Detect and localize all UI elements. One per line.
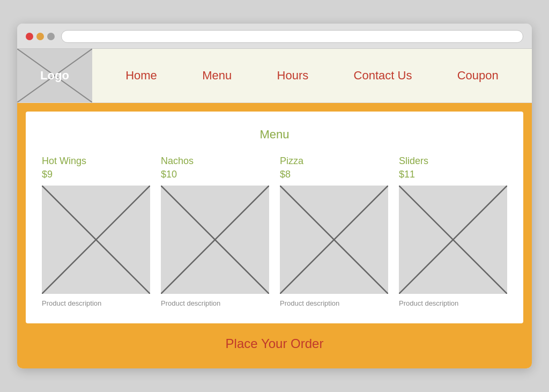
nav-hours[interactable]: Hours [277,69,309,83]
nav-links: Home Menu Hours Contact Us Coupon [92,69,532,83]
address-bar[interactable] [61,30,523,43]
menu-title: Menu [42,128,507,142]
menu-item-sliders: Sliders $11 Product description [399,154,507,307]
dot-fullscreen[interactable] [47,33,55,40]
nav-coupon[interactable]: Coupon [457,69,499,83]
item-name-price-sliders: Sliders $11 [399,154,428,181]
dot-minimize[interactable] [36,33,44,40]
dot-close[interactable] [26,33,33,40]
menu-card: Menu Hot Wings $9 Produc [26,112,523,323]
item-name-price-nachos: Nachos $10 [161,154,194,181]
browser-window: Logo Home Menu Hours Contact Us Coupon M… [17,24,532,368]
menu-item-hotwings: Hot Wings $9 Product description [42,154,150,307]
item-image-pizza [280,186,388,294]
item-desc-sliders: Product description [399,299,458,307]
nav-menu[interactable]: Menu [202,69,232,83]
item-desc-nachos: Product description [161,299,220,307]
nav-home[interactable]: Home [125,69,157,83]
navbar: Logo Home Menu Hours Contact Us Coupon [17,49,532,103]
main-content: Menu Hot Wings $9 Produc [17,103,532,368]
logo-label: Logo [40,69,69,83]
place-order-button[interactable]: Place Your Order [226,336,324,351]
item-name-price-hotwings: Hot Wings $9 [42,154,86,181]
browser-dots [26,33,55,40]
logo-area: Logo [17,49,92,102]
browser-chrome [17,24,532,49]
menu-item-pizza: Pizza $8 Product description [280,154,388,307]
item-desc-pizza: Product description [280,299,339,307]
menu-item-nachos: Nachos $10 Product description [161,154,269,307]
item-image-nachos [161,186,269,294]
item-name-price-pizza: Pizza $8 [280,154,303,181]
menu-items: Hot Wings $9 Product description [42,154,507,307]
item-desc-hotwings: Product description [42,299,101,307]
order-section: Place Your Order [26,323,523,360]
nav-contact[interactable]: Contact Us [354,69,412,83]
item-image-hotwings [42,186,150,294]
item-image-sliders [399,186,507,294]
